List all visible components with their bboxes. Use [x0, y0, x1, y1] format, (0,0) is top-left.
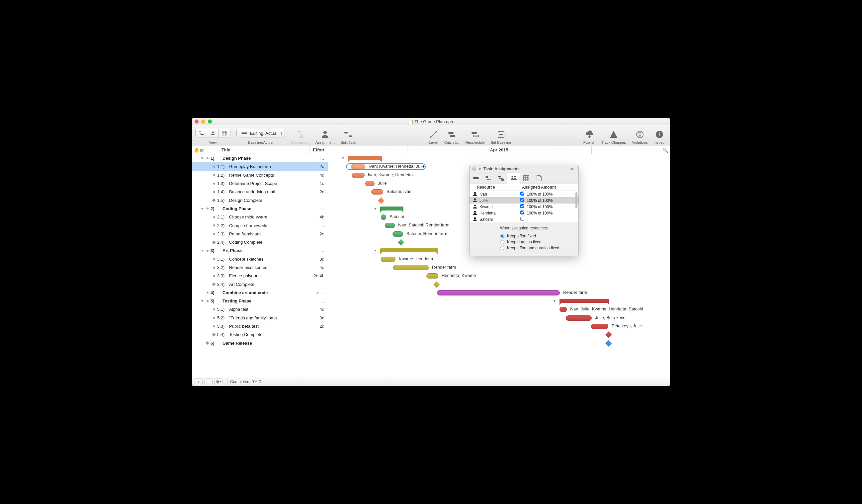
baseline-selector[interactable]: Editing: Actual ▴▾ [236, 129, 285, 137]
disclosure-triangle-icon[interactable]: ▼ [200, 207, 204, 211]
gantt-group-bar[interactable] [560, 299, 609, 303]
inspector-col-resource[interactable]: Resource [473, 185, 522, 189]
row-effort[interactable]: 3d [306, 257, 324, 262]
resource-amount[interactable]: 100% of 100% [527, 204, 575, 209]
gear-button[interactable]: ❋▾ [214, 379, 222, 385]
inspector-resource-row[interactable]: Ivan100% of 100% [470, 191, 578, 197]
row-effort[interactable]: … [306, 206, 324, 211]
hand-icon[interactable]: ✋ [194, 147, 198, 153]
gantt-task-bar[interactable] [381, 214, 386, 220]
outline-row[interactable]: 5.2)“Friends and family” beta3d [192, 314, 328, 322]
inspector-tab-custom[interactable] [520, 173, 533, 184]
row-effort[interactable]: … [306, 299, 324, 304]
assignment-button[interactable]: Assignment [315, 141, 335, 144]
gantt-task-bar[interactable] [371, 189, 383, 195]
zoom-icon[interactable]: 🔍 [663, 147, 668, 153]
row-title[interactable]: Coding Complete [228, 240, 306, 245]
inspector-popover[interactable]: ▼ Task: Assignments ⌘1 Resource Assigned… [469, 165, 579, 256]
inspector-col-amount[interactable]: Assigned Amount [522, 185, 575, 189]
row-title[interactable]: Combine art and code [222, 290, 306, 295]
gantt-task-bar[interactable] [591, 324, 608, 329]
row-title[interactable]: Determine Project Scope [228, 181, 306, 186]
titlebar[interactable]: The Game Plan.oplx [192, 118, 670, 125]
resource-assigned-checkbox[interactable] [520, 191, 524, 196]
track-changes-button[interactable]: Track Changes [601, 141, 626, 144]
gantt-task-bar[interactable] [352, 173, 365, 178]
row-effort[interactable]: 2d [306, 189, 324, 194]
outline-row[interactable]: 3.2)Render pixel sprites4d [192, 263, 328, 271]
row-effort[interactable]: … [306, 156, 324, 161]
row-title[interactable]: Parse framistans [228, 231, 306, 236]
inspector-tab-schedule[interactable] [482, 173, 495, 184]
resource-assigned-checkbox[interactable] [520, 198, 524, 202]
row-title[interactable]: Coding Phase [222, 206, 306, 211]
row-title[interactable]: Gameplay Brainstorm [228, 164, 306, 169]
gantt-disclosure-icon[interactable]: ▼ [374, 249, 377, 252]
row-title[interactable]: Render pixel sprites [228, 265, 306, 270]
level-button[interactable]: Level [429, 141, 437, 144]
outline-row[interactable]: 3.3)Fleece polygons2d 4h [192, 271, 328, 280]
outline-row[interactable]: 3.1)Concept sketches3d [192, 255, 328, 263]
outline-row[interactable]: 5.1)Alpha test4d [192, 305, 328, 314]
row-title[interactable]: Art Complete [228, 282, 306, 287]
column-effort[interactable]: Effort [310, 147, 326, 152]
gantt-group-bar[interactable] [380, 207, 403, 211]
resource-assigned-checkbox[interactable] [520, 204, 524, 208]
disclosure-triangle-icon[interactable]: ▼ [200, 156, 204, 160]
disclosure-triangle-icon[interactable]: ▼ [200, 299, 204, 303]
gantt-task-bar[interactable] [381, 257, 395, 262]
resource-amount[interactable]: 100% of 100% [527, 211, 575, 215]
gantt-milestone[interactable] [378, 197, 384, 204]
inspector-tab-task[interactable] [470, 173, 482, 184]
split-task-button[interactable]: Split Task [341, 141, 356, 144]
gantt-task-bar[interactable] [393, 265, 429, 270]
row-title[interactable]: Compile frameworks [228, 223, 306, 228]
gantt-group-bar[interactable] [348, 156, 382, 160]
inspector-scrollbar[interactable] [575, 192, 577, 208]
row-title[interactable]: Alpha test [228, 307, 306, 312]
publish-icon[interactable] [585, 130, 594, 139]
outline-row[interactable]: 1.1)Gameplay Brainstorm2d [192, 162, 328, 171]
list-icon[interactable]: ▤ [200, 148, 205, 152]
row-effort[interactable]: 2d [306, 231, 324, 236]
set-baseline-button[interactable]: Set Baseline [491, 141, 511, 144]
view-resource-button[interactable] [207, 129, 219, 137]
column-title[interactable]: Title [208, 147, 310, 152]
row-title[interactable]: Fleece polygons [228, 273, 306, 278]
row-title[interactable]: Design Phase [222, 156, 306, 161]
row-effort[interactable]: 2d [306, 164, 324, 169]
outline-row[interactable]: 5.3)Public beta test2d [192, 322, 328, 330]
assignment-icon[interactable] [321, 130, 330, 139]
gantt-task-bar[interactable] [560, 307, 567, 312]
outline-row[interactable]: ▼2)Coding Phase… [192, 204, 328, 213]
outline-row[interactable]: 4)Combine art and code> … [192, 289, 328, 297]
resource-assigned-checkbox[interactable] [520, 211, 524, 214]
row-title[interactable]: Design Complete [228, 198, 306, 203]
inspector-resource-row[interactable]: Satoshi [470, 216, 578, 223]
reschedule-icon[interactable] [471, 130, 480, 139]
inspector-tab-notes[interactable] [533, 173, 545, 184]
outline-row[interactable]: 5.4)Testing Complete [192, 330, 328, 339]
gantt-milestone[interactable] [433, 281, 440, 288]
catch-up-icon[interactable] [447, 130, 457, 139]
row-effort[interactable]: … [306, 223, 324, 228]
set-baseline-icon[interactable] [496, 130, 506, 139]
catch-up-button[interactable]: Catch Up [444, 141, 459, 144]
gantt-disclosure-icon[interactable]: ▼ [374, 207, 377, 211]
resource-amount[interactable]: 100% of 100% [527, 198, 575, 203]
gantt-disclosure-icon[interactable]: ▼ [553, 299, 556, 303]
row-effort[interactable]: 4d [306, 307, 324, 312]
row-title[interactable]: Testing Phase [222, 299, 306, 304]
resource-amount[interactable]: 100% of 100% [527, 192, 575, 197]
view-gantt-button[interactable] [195, 129, 207, 137]
inspect-icon[interactable]: i [655, 130, 664, 139]
gantt-task-bar[interactable] [437, 290, 560, 295]
outline-row[interactable]: ▼3)Art Phase… [192, 246, 328, 255]
gantt-task-bar[interactable] [385, 223, 395, 228]
keep-duration-fixed-radio[interactable]: Keep duration fixed [474, 239, 574, 245]
gantt-task-bar[interactable] [426, 273, 438, 279]
outline-row[interactable]: 3.4)Art Complete [192, 280, 328, 288]
gantt-milestone[interactable] [398, 239, 404, 246]
keep-both-fixed-radio[interactable]: Keep effort and duration fixed [474, 245, 574, 251]
outline-row[interactable]: 1.5)Design Complete [192, 196, 328, 204]
